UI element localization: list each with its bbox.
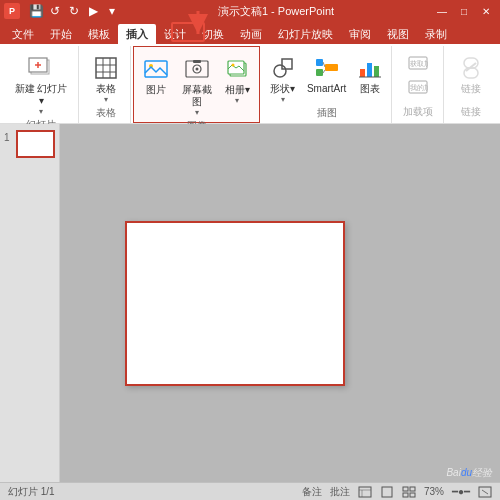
customize-btn[interactable]: ▾ — [104, 3, 120, 19]
quick-access-toolbar: 💾 ↺ ↻ ▶ ▾ — [28, 3, 120, 19]
svg-rect-44 — [410, 493, 415, 497]
ribbon-tabs: 文件 开始 模板 插入 设计 切换 动画 幻灯片放映 审阅 视图 录制 — [0, 22, 500, 44]
tab-record[interactable]: 录制 — [417, 24, 455, 44]
link-group-items: 链接 — [453, 48, 489, 105]
svg-rect-28 — [367, 63, 372, 77]
album-label: 相册▾ — [225, 84, 250, 96]
zoom-fit[interactable] — [478, 486, 492, 498]
album-icon — [223, 55, 251, 83]
image-label: 图片 — [146, 84, 166, 96]
svg-rect-29 — [374, 66, 379, 77]
view-grid[interactable] — [402, 486, 416, 498]
title-bar-left: P 💾 ↺ ↻ ▶ ▾ — [4, 3, 120, 19]
shape-label: 形状▾ — [270, 83, 295, 95]
app-icon: P — [4, 3, 20, 19]
view-normal[interactable] — [358, 486, 372, 498]
svg-rect-21 — [282, 59, 292, 69]
redo-btn[interactable]: ↻ — [66, 3, 82, 19]
table-group-items: 表格 ▾ — [88, 48, 124, 106]
smartart-label: SmartArt — [307, 83, 346, 95]
tab-insert[interactable]: 插入 — [118, 24, 156, 44]
shape-btn[interactable]: 形状▾ ▾ — [265, 52, 301, 106]
minimize-btn[interactable]: — — [432, 3, 452, 19]
svg-point-19 — [232, 64, 235, 67]
right-panel — [410, 124, 500, 482]
image-btn[interactable]: 图片 — [138, 53, 174, 98]
table-label: 表格 — [96, 83, 116, 95]
tab-file[interactable]: 文件 — [4, 24, 42, 44]
table-icon — [92, 54, 120, 82]
tab-transition[interactable]: 切换 — [194, 24, 232, 44]
canvas-area[interactable] — [60, 124, 410, 482]
tab-review[interactable]: 审阅 — [341, 24, 379, 44]
link-btn[interactable]: 链接 — [453, 52, 489, 97]
new-slide-label: 新建 幻灯片▾ — [14, 83, 68, 107]
tab-view[interactable]: 视图 — [379, 24, 417, 44]
ribbon-content: 新建 幻灯片▾ ▾ 幻灯片 — [0, 44, 500, 124]
undo-btn[interactable]: ↺ — [47, 3, 63, 19]
slide-canvas[interactable] — [125, 221, 345, 386]
ribbon-group-image: 图片 屏幕截图 ▾ — [133, 46, 260, 123]
table-btn[interactable]: 表格 ▾ — [88, 52, 124, 106]
chart-btn[interactable]: 图表 — [352, 52, 388, 97]
tab-template[interactable]: 模板 — [80, 24, 118, 44]
screenshot-btn[interactable]: 屏幕截图 ▾ — [176, 53, 217, 119]
app-container: P 💾 ↺ ↻ ▶ ▾ 演示文稿1 - PowerPoint — □ ✕ 文件 … — [0, 0, 500, 500]
title-bar: P 💾 ↺ ↻ ▶ ▾ 演示文稿1 - PowerPoint — □ ✕ — [0, 0, 500, 22]
smartart-btn[interactable]: SmartArt — [303, 52, 350, 97]
get-addin-icon: 获取加载项 — [407, 53, 429, 75]
maximize-btn[interactable]: □ — [454, 3, 474, 19]
illustration-group-label: 插图 — [317, 106, 337, 122]
status-comment[interactable]: 批注 — [330, 485, 350, 499]
svg-point-20 — [274, 65, 286, 77]
tab-design[interactable]: 设计 — [156, 24, 194, 44]
album-btn[interactable]: 相册▾ ▾ — [219, 53, 255, 107]
addin-group-items: 获取加载项 我的加载项 — [405, 48, 431, 105]
svg-rect-36 — [464, 68, 478, 78]
addin-group-label: 加载项 — [403, 105, 433, 121]
ribbon-group-illustration: 形状▾ ▾ SmartArt — [262, 46, 392, 123]
status-notes[interactable]: 备注 — [302, 485, 322, 499]
ribbon-group-link: 链接 链接 — [446, 46, 496, 123]
chart-label: 图表 — [360, 83, 380, 95]
get-addin-btn[interactable]: 获取加载项 — [405, 52, 431, 76]
slide-number: 1 — [4, 132, 14, 143]
start-presentation-btn[interactable]: ▶ — [85, 3, 101, 19]
svg-text:我的加载项: 我的加载项 — [410, 84, 428, 91]
svg-rect-40 — [382, 487, 392, 497]
tab-home[interactable]: 开始 — [42, 24, 80, 44]
close-btn[interactable]: ✕ — [476, 3, 496, 19]
addin-col: 获取加载项 我的加载项 — [405, 52, 431, 100]
svg-line-46 — [482, 490, 488, 494]
slide-panel: 1 — [0, 124, 60, 482]
illustration-group-items: 形状▾ ▾ SmartArt — [265, 48, 388, 106]
svg-rect-16 — [193, 60, 201, 63]
image-group-items: 图片 屏幕截图 ▾ — [138, 49, 255, 119]
table-group-label: 表格 — [96, 106, 116, 122]
svg-point-15 — [195, 68, 198, 71]
link-icon — [457, 54, 485, 82]
slide-group-items: 新建 幻灯片▾ ▾ — [10, 48, 72, 118]
window-title: 演示文稿1 - PowerPoint — [120, 4, 432, 19]
smartart-icon — [313, 54, 341, 82]
my-addin-btn[interactable]: 我的加载项 — [405, 76, 431, 100]
ribbon-group-addin: 获取加载项 我的加载项 加载项 — [394, 46, 444, 123]
save-quick-btn[interactable]: 💾 — [28, 3, 44, 19]
zoom-slider[interactable]: ━●━ — [452, 486, 470, 497]
link-group-label: 链接 — [461, 105, 481, 121]
svg-line-26 — [323, 70, 325, 73]
view-slide[interactable] — [380, 486, 394, 498]
new-slide-icon — [27, 54, 55, 82]
tab-animation[interactable]: 动画 — [232, 24, 270, 44]
slide-thumbnail[interactable] — [16, 130, 55, 158]
link-label: 链接 — [461, 83, 481, 95]
svg-rect-24 — [325, 64, 338, 71]
new-slide-dropdown[interactable]: ▾ — [39, 107, 43, 116]
zoom-level[interactable]: 73% — [424, 486, 444, 497]
tab-slideshow[interactable]: 幻灯片放映 — [270, 24, 341, 44]
ribbon-group-slide: 新建 幻灯片▾ ▾ 幻灯片 — [4, 46, 79, 123]
screenshot-label: 屏幕截图 — [180, 84, 213, 108]
svg-rect-27 — [360, 69, 365, 77]
new-slide-btn[interactable]: 新建 幻灯片▾ ▾ — [10, 52, 72, 118]
main-area: 1 — [0, 124, 500, 482]
